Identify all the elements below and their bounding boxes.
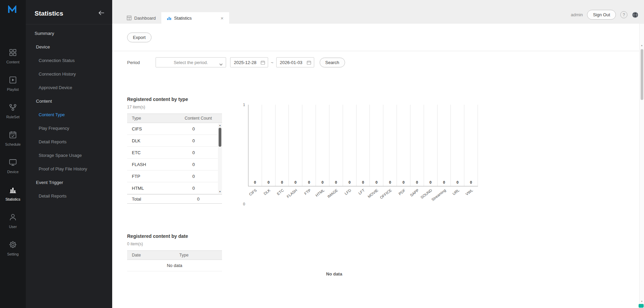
rail-item-ruleset[interactable]: RuleSet xyxy=(0,103,26,125)
period-select[interactable]: Select the period. xyxy=(156,57,226,67)
sidebar-item-content: Content xyxy=(26,94,112,108)
chart-column-etc: 0ETC xyxy=(276,105,289,186)
sign-out-button[interactable]: Sign Out xyxy=(587,10,616,20)
category-label: ETC xyxy=(276,188,285,196)
collapse-sidebar-arrow-icon[interactable] xyxy=(98,9,105,18)
device-icon xyxy=(8,158,17,168)
category-label: DLK xyxy=(263,188,271,196)
category-label: IMAGE xyxy=(326,188,338,199)
rail-item-user[interactable]: User xyxy=(0,213,26,234)
scroll-down-icon[interactable]: ▼ xyxy=(641,300,643,303)
rail-item-setting[interactable]: Setting xyxy=(0,240,26,262)
page-scrollbar[interactable]: ▲ ▼ xyxy=(639,24,644,308)
scrollbar-thumb[interactable] xyxy=(219,128,221,147)
chart-column-image: 0IMAGE xyxy=(329,105,343,186)
table-row[interactable]: CIFS0 xyxy=(127,123,222,135)
username-label: admin xyxy=(571,12,583,17)
bar-value-label: 0 xyxy=(262,180,275,184)
sidebar-item-event-trigger: Event Trigger xyxy=(26,176,112,189)
setting-icon xyxy=(8,240,17,250)
sidebar-item-proof-of-play-file-history[interactable]: Proof of Play File History xyxy=(26,162,112,176)
cell-count: 0 xyxy=(170,138,217,143)
magicinfo-logo[interactable] xyxy=(7,5,18,14)
ruleset-icon xyxy=(8,103,17,113)
cell-type: FTP xyxy=(127,174,170,179)
corner-widget[interactable] xyxy=(639,304,644,308)
table-body: CIFS0DLK0ETC0FLASH0FTP0HTML0 ▲ ▼ xyxy=(127,123,222,194)
close-tab-icon[interactable]: × xyxy=(221,16,224,21)
category-label: FTP xyxy=(303,188,311,196)
category-label: VWL xyxy=(465,188,474,196)
chart-column-lfd: 0LFD xyxy=(343,105,357,186)
bar-value-label: 0 xyxy=(316,180,329,184)
bar-value-label: 0 xyxy=(451,180,464,184)
bar-value-label: 0 xyxy=(397,180,410,184)
sidebar-item-content-type[interactable]: Content Type xyxy=(26,108,112,121)
statistics-tab-icon xyxy=(167,16,172,20)
topbar-controls: admin Sign Out ? xyxy=(571,10,639,20)
rail-item-statistics[interactable]: Statistics xyxy=(0,185,26,207)
item-count-label: 17 item(s) xyxy=(127,105,222,109)
filter-bar: Period Select the period. 2025-12-28 ~ 2… xyxy=(112,51,644,74)
table-total-row: Total 0 xyxy=(127,194,222,204)
scroll-up-icon[interactable]: ▲ xyxy=(641,44,643,46)
calendar-icon[interactable] xyxy=(307,60,311,65)
chart-column-vwl: 0VWL xyxy=(464,105,478,186)
sidebar-item-storage-space-usage[interactable]: Storage Space Usage xyxy=(26,148,112,162)
table-row[interactable]: HTML0 xyxy=(127,182,222,194)
scroll-up-icon[interactable]: ▲ xyxy=(219,124,221,127)
section-title: Registered content by type xyxy=(127,97,222,102)
period-label: Period xyxy=(127,60,156,65)
table-row[interactable]: DLK0 xyxy=(127,135,222,147)
sidebar: Statistics SummaryDeviceConnection Statu… xyxy=(26,0,112,308)
scrollbar-thumb[interactable] xyxy=(641,49,643,100)
chart-column-pdf: 0PDF xyxy=(397,105,410,186)
table-row[interactable]: FTP0 xyxy=(127,170,222,182)
cell-count: 0 xyxy=(170,150,217,155)
rail-item-content[interactable]: Content xyxy=(0,48,26,70)
export-button[interactable]: Export xyxy=(127,33,152,42)
rail-menu: ContentPlaylistRuleSetScheduleDeviceStat… xyxy=(0,48,26,262)
sidebar-item-connection-status[interactable]: Connection Status xyxy=(26,54,112,67)
table-row[interactable]: FLASH0 xyxy=(127,159,222,170)
calendar-icon[interactable] xyxy=(261,60,265,65)
date-from-input[interactable]: 2025-12-28 xyxy=(230,57,268,67)
cell-type: ETC xyxy=(127,150,170,155)
chart-column-sound: 0SOUND xyxy=(424,105,438,186)
schedule-icon xyxy=(8,130,17,141)
cell-type: CIFS xyxy=(127,126,170,131)
sidebar-item-summary[interactable]: Summary xyxy=(26,26,112,40)
tab-label: Dashboard xyxy=(134,16,156,21)
sidebar-item-detail-reports[interactable]: Detail Reports xyxy=(26,135,112,148)
category-label: LFT xyxy=(358,188,366,196)
sidebar-item-play-frequency[interactable]: Play Frequency xyxy=(26,121,112,135)
help-icon[interactable]: ? xyxy=(620,11,627,18)
table-scrollbar[interactable]: ▲ ▼ xyxy=(218,124,222,193)
sidebar-item-detail-reports[interactable]: Detail Reports xyxy=(26,189,112,203)
tab-dashboard[interactable]: Dashboard xyxy=(121,12,161,24)
scroll-down-icon[interactable]: ▼ xyxy=(219,190,221,193)
rail-item-schedule[interactable]: Schedule xyxy=(0,130,26,152)
table-row[interactable]: ETC0 xyxy=(127,147,222,159)
globe-language-icon[interactable] xyxy=(632,12,639,18)
bar-value-label: 0 xyxy=(289,180,302,184)
rail-item-label: Statistics xyxy=(5,197,20,201)
sidebar-item-approved-device[interactable]: Approved Device xyxy=(26,81,112,94)
bar-value-label: 0 xyxy=(438,180,451,184)
content-by-type-section: Registered content by type 17 item(s) Ty… xyxy=(112,97,644,204)
section-title: Registered content by date xyxy=(127,233,222,239)
date-to-input[interactable]: 2026-01-03 xyxy=(276,57,314,67)
search-button[interactable]: Search xyxy=(320,58,345,67)
page-content: Export Period Select the period. 2025-12… xyxy=(112,24,644,308)
tab-statistics[interactable]: Statistics × xyxy=(161,12,229,24)
app-window: ContentPlaylistRuleSetScheduleDeviceStat… xyxy=(0,0,644,308)
bar-value-label: 0 xyxy=(343,180,356,184)
y-axis-max-label: 1 xyxy=(243,103,245,107)
y-axis-min-label: 0 xyxy=(243,202,245,206)
chart-column-lft: 0LFT xyxy=(357,105,370,186)
dashboard-icon xyxy=(127,16,132,20)
rail-item-playlist[interactable]: Playlist xyxy=(0,76,26,97)
chart-column-office: 0OFFICE xyxy=(383,105,397,186)
sidebar-item-connection-history[interactable]: Connection History xyxy=(26,67,112,81)
rail-item-device[interactable]: Device xyxy=(0,158,26,180)
